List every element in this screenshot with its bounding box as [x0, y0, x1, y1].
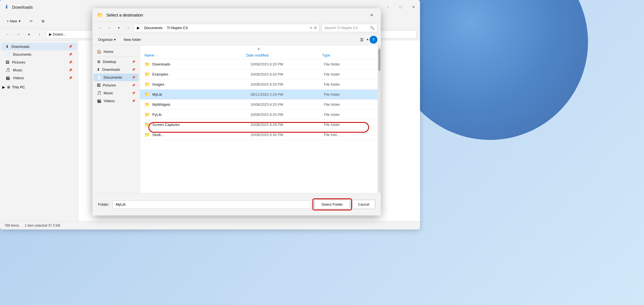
- dlg-sidebar-downloads[interactable]: ⬇ Downloads 📌: [94, 66, 139, 73]
- file-date: 10/08/2023 6:20 PM: [250, 72, 324, 76]
- file-name: Screen Captures: [152, 123, 250, 127]
- dlg-sidebar-home[interactable]: 🏠 Home: [94, 48, 139, 55]
- file-row-examples[interactable]: 📁 Examples 10/08/2023 6:20 PM File folde…: [140, 69, 377, 79]
- select-folder-button[interactable]: Select Folder: [314, 200, 350, 209]
- dialog-up-button[interactable]: ↑: [124, 24, 132, 32]
- pin-icon: 📌: [132, 60, 135, 63]
- refresh-button[interactable]: ↺: [314, 26, 317, 30]
- folder-label: Folder:: [98, 202, 109, 207]
- file-row-downloads[interactable]: 📁 Downloads 10/08/2023 6:20 PM File fold…: [140, 59, 377, 69]
- breadcrumb-separator-2: ›: [164, 26, 165, 30]
- folder-value-display: MyLib: [113, 200, 311, 209]
- list-view-button[interactable]: ☰: [358, 36, 366, 44]
- column-type-header: Type: [322, 53, 373, 57]
- file-type: File folder: [324, 102, 373, 107]
- dialog-file-area: ▲ Name ↑ Date modified Type 📁 Downloads: [140, 45, 377, 193]
- new-folder-button[interactable]: New folder: [122, 36, 143, 43]
- dlg-sidebar-label: Pictures: [103, 83, 116, 87]
- file-row-pylib[interactable]: 📁 PyLib 10/08/2023 6:20 PM File folder: [140, 110, 377, 120]
- folder-icon: 📁: [144, 112, 150, 117]
- pin-icon: 📌: [132, 84, 135, 87]
- breadcrumb-dropdown-arrow: ▾: [310, 26, 312, 30]
- dialog-scrollbar[interactable]: [377, 45, 381, 193]
- breadcrumb-documents: Documents: [144, 26, 163, 30]
- file-type: File fold...: [324, 133, 373, 137]
- dialog-history-dropdown[interactable]: ▾: [115, 24, 123, 32]
- file-row-images[interactable]: 📁 Images 10/08/2023 6:20 PM File folder: [140, 79, 377, 90]
- videos-icon: 🎬: [97, 99, 101, 103]
- column-name-header[interactable]: Name ↑: [144, 53, 246, 57]
- file-row-screencaptures[interactable]: 📁 Screen Captures 10/08/2023 6:29 PM Fil…: [140, 120, 377, 130]
- file-date: 10/08/2023 6:29 PM: [250, 123, 324, 127]
- file-date: 10/08/2023 6:30 PM: [250, 133, 324, 137]
- file-row-mylib[interactable]: 📁 MyLib 28/11/2023 2:24 PM File folder: [140, 90, 377, 100]
- column-date-header[interactable]: Date modified: [246, 53, 322, 57]
- pin-icon: 📌: [132, 76, 135, 79]
- file-row-studi[interactable]: 📁 Studi... 10/08/2023 6:30 PM File fold.…: [140, 130, 377, 140]
- file-date: 10/08/2023 6:20 PM: [250, 82, 324, 86]
- dialog-title-bar: 📁 Select a destination ✕: [92, 8, 381, 22]
- file-table-header: Name ↑ Date modified Type: [140, 51, 377, 59]
- dialog-title: Select a destination: [106, 13, 364, 17]
- view-controls: ☰ ▾ ?: [358, 36, 377, 44]
- dialog-action-bar: Organize ▾ New folder ☰ ▾ ?: [92, 34, 381, 45]
- cancel-button[interactable]: Cancel: [352, 200, 375, 209]
- dlg-sidebar-pictures[interactable]: 🖼 Pictures 📌: [94, 81, 139, 89]
- documents-icon: 📄: [97, 75, 101, 79]
- search-icon: 🔍: [370, 26, 374, 30]
- dlg-sidebar-label: Music: [104, 91, 113, 95]
- dialog-footer: Folder: MyLib Select Folder Cancel: [92, 193, 381, 215]
- file-name: Images: [152, 82, 250, 86]
- file-date: 10/08/2023 6:20 PM: [250, 112, 324, 117]
- dlg-sidebar-videos[interactable]: 🎬 Videos 📌: [94, 97, 139, 105]
- dialog-forward-button[interactable]: →: [105, 24, 113, 32]
- footer-buttons: Select Folder Cancel: [314, 200, 375, 209]
- desktop-icon: 🖥: [97, 60, 101, 64]
- file-date: 10/08/2023 6:20 PM: [250, 102, 324, 107]
- dlg-sidebar-label: Videos: [104, 99, 115, 103]
- file-name: MyWidgets: [152, 102, 250, 107]
- file-date: 28/11/2023 2:24 PM: [250, 92, 324, 97]
- dialog-close-button[interactable]: ✕: [367, 11, 376, 20]
- file-name: PyLib: [152, 112, 250, 117]
- file-name: MyLib: [152, 92, 250, 97]
- dlg-sidebar-label: Home: [104, 50, 113, 54]
- search-placeholder-text: Search TI-Nspire CX: [325, 26, 358, 30]
- file-name: Downloads: [152, 62, 250, 66]
- dialog-search-box[interactable]: Search TI-Nspire CX 🔍: [321, 24, 377, 32]
- help-button[interactable]: ?: [370, 36, 377, 44]
- scrollbar-thumb[interactable]: [378, 49, 381, 71]
- file-area-wrapper: ▲ Name ↑ Date modified Type 📁 Downloads: [140, 45, 381, 193]
- folder-icon: 📁: [144, 92, 150, 97]
- folder-icon: 📁: [144, 72, 150, 77]
- file-date: 10/08/2023 6:20 PM: [250, 62, 324, 66]
- music-icon: 🎵: [97, 91, 101, 95]
- dialog-overlay: 📁 Select a destination ✕ ← → ▾ ↑ ▶ › Doc…: [0, 0, 644, 305]
- dialog-sidebar: 🏠 Home 🖥 Desktop 📌 ⬇ Downloads 📌 📄 Docum…: [92, 45, 140, 193]
- organize-dropdown-arrow: ▾: [114, 37, 116, 42]
- dialog-back-button[interactable]: ←: [96, 24, 104, 32]
- dialog-address-bar[interactable]: ▶ › Documents › TI-Nspire CX ▾ ↺: [134, 24, 320, 32]
- pin-icon: 📌: [132, 68, 135, 71]
- organize-label: Organize: [98, 37, 113, 42]
- file-type: File folder: [324, 92, 373, 97]
- dialog-body: 🏠 Home 🖥 Desktop 📌 ⬇ Downloads 📌 📄 Docum…: [92, 45, 381, 193]
- breadcrumb-root-icon: ▶: [137, 26, 140, 30]
- dlg-sidebar-label: Downloads: [102, 67, 120, 72]
- folder-icon: 📁: [144, 102, 150, 107]
- file-row-mywidgets[interactable]: 📁 MyWidgets 10/08/2023 6:20 PM File fold…: [140, 100, 377, 110]
- sort-arrow-icon: ↑: [156, 54, 158, 57]
- file-name: Studi...: [152, 133, 250, 137]
- dlg-sidebar-desktop[interactable]: 🖥 Desktop 📌: [94, 58, 139, 65]
- dlg-sidebar-music[interactable]: 🎵 Music 📌: [94, 89, 139, 97]
- file-type: File folder: [324, 72, 373, 76]
- breadcrumb-tinspire: TI-Nspire CX: [167, 26, 188, 30]
- downloads-icon: ⬇: [97, 67, 100, 72]
- dialog-nav-toolbar: ← → ▾ ↑ ▶ › Documents › TI-Nspire CX ▾ ↺…: [92, 22, 381, 34]
- file-type: File folder: [324, 82, 373, 86]
- folder-icon: 📁: [144, 122, 150, 127]
- dlg-sidebar-documents[interactable]: 📄 Documents 📌: [94, 74, 139, 81]
- organize-button[interactable]: Organize ▾: [96, 36, 118, 43]
- folder-icon: 📁: [144, 82, 150, 87]
- folder-value-text: MyLib: [116, 202, 125, 207]
